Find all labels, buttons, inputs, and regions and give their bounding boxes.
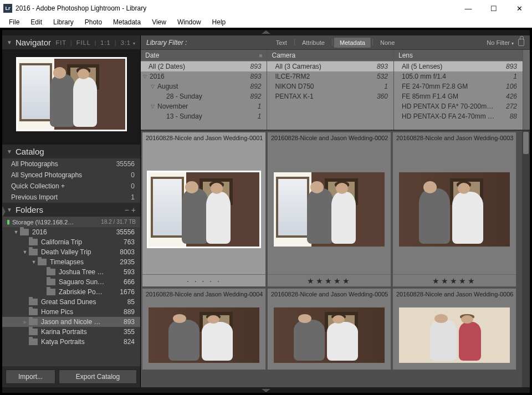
folder-item[interactable]: Joshua Tree …593: [2, 267, 140, 277]
close-button[interactable]: ✕: [507, 0, 532, 17]
catalog-item[interactable]: All Synced Photographs0: [2, 170, 140, 181]
thumbnail-rating[interactable]: · · · · ·: [142, 274, 265, 286]
thumbnail-cell[interactable]: 20160828-Nicole and Jason Wedding-0002 ★…: [267, 132, 391, 287]
folder-item[interactable]: Home Pics889: [2, 307, 140, 317]
disclosure-triangle-icon[interactable]: [22, 299, 28, 305]
folders-minus-icon[interactable]: −: [125, 206, 129, 214]
menu-metadata[interactable]: Metadata: [108, 17, 146, 27]
disclosure-triangle-icon[interactable]: ▽: [151, 84, 156, 89]
folder-item[interactable]: ▼201635556: [2, 227, 140, 237]
import-button[interactable]: Import...: [6, 370, 55, 384]
metadata-row[interactable]: FE 24-70mm F2.8 GM106: [394, 81, 523, 91]
metadata-row[interactable]: FE 85mm F1.4 GM426: [394, 91, 523, 101]
filter-lock-icon[interactable]: [518, 39, 524, 46]
menu-help[interactable]: Help: [207, 17, 232, 27]
folder-item[interactable]: Zabriskie Po…1676: [2, 287, 140, 297]
metadata-row[interactable]: All (5 Lenses)893: [394, 61, 523, 71]
disclosure-triangle-icon[interactable]: ▹: [22, 319, 28, 325]
thumbnail-rating[interactable]: ★★★★★: [268, 274, 391, 286]
menu-window[interactable]: Window: [172, 17, 207, 27]
disclosure-triangle-icon[interactable]: [22, 239, 28, 245]
thumbnail-cell[interactable]: 20160828-Nicole and Jason Wedding-0004: [142, 288, 266, 370]
menu-library[interactable]: Library: [48, 17, 79, 27]
disclosure-triangle-icon[interactable]: ▼: [13, 229, 19, 235]
filter-tab-text[interactable]: Text: [270, 38, 293, 48]
metadata-row[interactable]: ▽August892: [141, 81, 267, 91]
folder-item[interactable]: Saguaro Sun…666: [2, 277, 140, 287]
metadata-col-header[interactable]: Camera: [267, 50, 393, 61]
metadata-row[interactable]: ▽2016893: [141, 71, 267, 81]
catalog-item[interactable]: Quick Collection +0: [2, 181, 140, 192]
menu-photo[interactable]: Photo: [79, 17, 108, 27]
maximize-button[interactable]: ☐: [481, 0, 507, 17]
navigator-header[interactable]: ▼ Navigator FIT | FILL | 1:1 | 3:1 ▾: [2, 35, 140, 49]
navigator-preview[interactable]: [2, 49, 140, 145]
metadata-row[interactable]: All (3 Cameras)893: [267, 61, 393, 71]
folder-icon: [29, 239, 38, 245]
folder-item[interactable]: ▹Jason and Nicole …893: [2, 317, 140, 327]
metadata-row[interactable]: All (2 Dates)893: [141, 61, 267, 71]
folder-item[interactable]: ▼Timelapses2935: [2, 257, 140, 267]
metadata-row[interactable]: ▽November1: [141, 101, 267, 111]
filter-preset-dropdown[interactable]: No Filter ▾: [487, 39, 514, 46]
metadata-row[interactable]: 13 - Sunday1: [141, 111, 267, 121]
menu-view[interactable]: View: [146, 17, 172, 27]
metadata-row[interactable]: HD PENTAX D FA* 70-200m…272: [394, 101, 523, 111]
nav-zoom-FIT[interactable]: FIT: [55, 39, 66, 46]
metadata-row[interactable]: ILCE-7RM2532: [267, 71, 393, 81]
filter-tabs: Text|Attribute|Metadata|None: [270, 38, 401, 48]
filter-tab-none[interactable]: None: [375, 38, 400, 48]
nav-zoom-1:1[interactable]: 1:1: [100, 39, 110, 46]
catalog-item[interactable]: Previous Import1: [2, 192, 140, 203]
metadata-row[interactable]: PENTAX K-1360: [267, 91, 393, 101]
chevron-down-icon[interactable]: ▾: [133, 41, 136, 46]
folder-item[interactable]: Karina Portraits355: [2, 327, 140, 337]
folders-header[interactable]: ▼ Folders − +: [2, 203, 140, 217]
navigator-zoom-options[interactable]: FIT | FILL | 1:1 | 3:1 ▾: [55, 39, 136, 46]
filter-tab-metadata[interactable]: Metadata: [334, 38, 371, 48]
left-panel-toggle[interactable]: [2, 35, 6, 387]
metadata-col-header[interactable]: Date≡: [141, 50, 267, 61]
thumbnail-rating[interactable]: ★★★★★: [393, 274, 516, 286]
nav-zoom-3:1[interactable]: 3:1: [121, 39, 131, 46]
menu-edit[interactable]: Edit: [25, 17, 48, 27]
metadata-row[interactable]: 28 - Sunday892: [141, 91, 267, 101]
thumbnail-cell[interactable]: 20160828-Nicole and Jason Wedding-0005: [267, 288, 391, 370]
metadata-col-header[interactable]: Lens: [394, 50, 523, 61]
bottom-panel-toggle[interactable]: [2, 387, 530, 393]
folder-item[interactable]: ▼Death Valley Trip8003: [2, 247, 140, 257]
disclosure-triangle-icon[interactable]: ▽: [151, 104, 156, 109]
grid-scrollbar[interactable]: [522, 131, 530, 387]
disclosure-triangle-icon[interactable]: ▽: [143, 74, 149, 79]
disclosure-triangle-icon[interactable]: [40, 279, 45, 285]
thumbnail-cell[interactable]: 20160828-Nicole and Jason Wedding-0006: [392, 288, 516, 370]
filter-tab-attribute[interactable]: Attribute: [296, 38, 330, 48]
catalog-header[interactable]: ▼ Catalog: [2, 145, 140, 158]
disclosure-triangle-icon[interactable]: [22, 329, 28, 335]
nav-zoom-FILL[interactable]: FILL: [76, 39, 91, 46]
menu-file[interactable]: File: [3, 17, 25, 27]
minimize-button[interactable]: —: [456, 0, 481, 17]
folders-plus-icon[interactable]: +: [131, 206, 136, 214]
folder-item[interactable]: California Trip763: [2, 237, 140, 247]
folder-item[interactable]: Katya Portraits824: [2, 337, 140, 347]
thumbnail-cell[interactable]: 20160828-Nicole and Jason Wedding-0001 ·…: [142, 132, 266, 287]
disclosure-triangle-icon[interactable]: ▼: [22, 249, 28, 255]
disclosure-triangle-icon[interactable]: [40, 289, 45, 295]
metadata-row[interactable]: HD PENTAX-D FA 24-70mm …88: [394, 111, 523, 121]
metadata-row[interactable]: NIKON D7501: [267, 81, 393, 91]
storage-volume[interactable]: ▮ Storage (\\192.168.2… 18.2 / 31.7 TB: [2, 217, 140, 227]
column-menu-icon[interactable]: ≡: [259, 53, 263, 59]
catalog-item[interactable]: All Photographs35556: [2, 158, 140, 170]
thumbnail-caption: 20160828-Nicole and Jason Wedding-0003: [393, 132, 516, 145]
top-panel-toggle[interactable]: [2, 30, 530, 35]
folder-icon: [29, 249, 38, 255]
folder-item[interactable]: Great Sand Dunes85: [2, 297, 140, 307]
thumbnail-cell[interactable]: 20160828-Nicole and Jason Wedding-0003 ★…: [392, 132, 516, 287]
disclosure-triangle-icon[interactable]: [22, 309, 28, 315]
disclosure-triangle-icon[interactable]: [22, 339, 28, 345]
export-catalog-button[interactable]: Export Catalog: [59, 370, 137, 384]
disclosure-triangle-icon[interactable]: ▼: [31, 259, 37, 265]
metadata-row[interactable]: 105.0 mm f/1.41: [394, 71, 523, 81]
disclosure-triangle-icon[interactable]: [40, 269, 45, 275]
